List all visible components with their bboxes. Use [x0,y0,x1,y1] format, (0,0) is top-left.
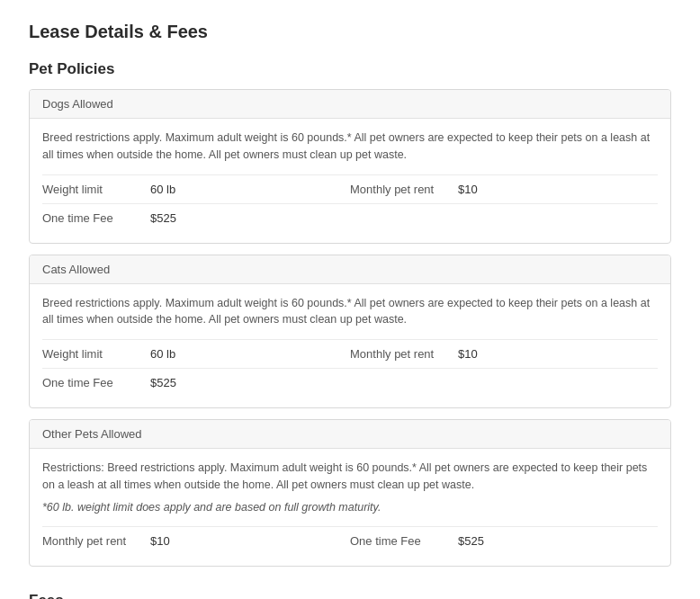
detail-group-cats-1-0: One time Fee$525 [42,376,350,389]
pet-policy-row-cats-1: One time Fee$525 [42,368,658,397]
detail-value-cats-0-1: $10 [458,347,512,361]
pet-policies-heading: Pet Policies [29,60,671,78]
detail-value-cats-0-0: 60 lb [150,347,204,361]
pet-policies-container: Dogs AllowedBreed restrictions apply. Ma… [29,89,671,567]
pet-policy-body-dogs: Breed restrictions apply. Maximum adult … [30,119,670,243]
detail-group-dogs-1-0: One time Fee$525 [42,211,350,225]
detail-label-cats-0-0: Weight limit [42,347,150,361]
detail-value-dogs-0-0: 60 lb [150,183,204,196]
detail-value-dogs-0-1: $10 [458,183,512,196]
detail-label-dogs-0-1: Monthly pet rent [350,183,458,196]
detail-group-cats-0-1: Monthly pet rent$10 [350,347,658,361]
pet-policy-description-dogs: Breed restrictions apply. Maximum adult … [42,130,658,164]
pet-policy-body-cats: Breed restrictions apply. Maximum adult … [30,284,670,408]
fees-heading: Fees [29,592,671,599]
page-title: Lease Details & Fees [29,22,671,42]
detail-label-cats-0-1: Monthly pet rent [350,347,458,361]
pet-policy-card-other: Other Pets AllowedRestrictions: Breed re… [29,419,671,567]
pet-policy-row-dogs-1: One time Fee$525 [42,203,658,232]
fees-section: Fees Other FeesAdmin Fee$125 [29,592,671,599]
pet-policy-header-cats: Cats Allowed [30,255,670,284]
pet-policy-note-other: *60 lb. weight limit does apply and are … [42,499,658,516]
pet-policy-card-cats: Cats AllowedBreed restrictions apply. Ma… [29,255,671,409]
detail-value-cats-1-0: $525 [150,376,204,389]
detail-value-dogs-1-0: $525 [150,211,204,225]
pet-policy-card-dogs: Dogs AllowedBreed restrictions apply. Ma… [29,89,671,244]
pet-policy-description-cats: Breed restrictions apply. Maximum adult … [42,295,658,329]
detail-label-other-0-1: One time Fee [350,534,458,548]
detail-label-dogs-0-0: Weight limit [42,183,150,196]
detail-label-dogs-1-0: One time Fee [42,211,150,225]
detail-group-cats-0-0: Weight limit60 lb [42,347,350,361]
pet-policy-row-other-0: Monthly pet rent$10One time Fee$525 [42,526,658,555]
pet-policy-row-dogs-0: Weight limit60 lbMonthly pet rent$10 [42,174,658,203]
pet-policies-section: Pet Policies Dogs AllowedBreed restricti… [29,60,671,567]
pet-policy-row-cats-0: Weight limit60 lbMonthly pet rent$10 [42,339,658,368]
detail-group-dogs-0-1: Monthly pet rent$10 [350,183,658,196]
pet-policy-header-dogs: Dogs Allowed [30,90,670,119]
detail-group-dogs-0-0: Weight limit60 lb [42,183,350,196]
detail-group-other-0-0: Monthly pet rent$10 [42,534,350,548]
detail-label-other-0-0: Monthly pet rent [42,534,150,548]
detail-value-other-0-0: $10 [150,534,204,548]
pet-policy-body-other: Restrictions: Breed restrictions apply. … [30,449,670,566]
detail-value-other-0-1: $525 [458,534,512,548]
detail-group-other-0-1: One time Fee$525 [350,534,658,548]
pet-policy-header-other: Other Pets Allowed [30,420,670,449]
pet-policy-description-other: Restrictions: Breed restrictions apply. … [42,460,658,515]
detail-label-cats-1-0: One time Fee [42,376,150,389]
